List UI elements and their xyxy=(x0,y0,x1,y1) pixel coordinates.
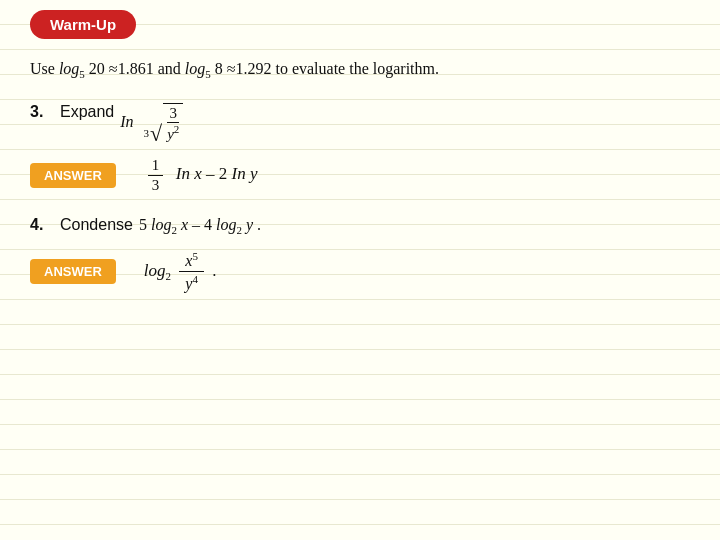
radical-index: 3 xyxy=(144,127,150,139)
problem-4: 4. Condense 5 log2 x – 4 log2 y . xyxy=(30,216,690,236)
answer-row-4: ANSWER log2 x5 y4 . xyxy=(30,250,690,294)
frac-bot: 3 xyxy=(148,176,164,194)
answer-badge-3: ANSWER xyxy=(30,163,116,188)
big-frac-bot: y4 xyxy=(179,272,204,293)
page: Warm-Up Use log5 20 ≈1.861 and log5 8 ≈1… xyxy=(0,0,720,540)
radical-denominator: y2 xyxy=(167,123,179,143)
header-pill: Warm-Up xyxy=(30,10,136,39)
intro-text: Use log5 20 ≈1.861 and log5 8 ≈1.292 to … xyxy=(30,57,690,83)
problem-3-expr: In 3 √ 3 y2 xyxy=(120,103,185,143)
problem-3-number: 3. xyxy=(30,103,60,121)
header-title: Warm-Up xyxy=(50,16,116,33)
one-third-fraction: 1 3 xyxy=(148,157,164,194)
radical-sign: √ xyxy=(150,123,162,145)
answer-4-expr: log2 x5 y4 . xyxy=(144,250,217,294)
x5-over-y4-fraction: x5 y4 xyxy=(179,250,204,294)
problem-3-label: Expand xyxy=(60,103,114,121)
problem-4-expr: 5 log2 x – 4 log2 y . xyxy=(139,216,261,236)
problem-4-label: Condense xyxy=(60,216,133,234)
big-frac-top: x5 xyxy=(179,250,204,272)
radical-expr: 3 √ 3 y2 xyxy=(144,103,184,143)
frac-top: 1 xyxy=(148,157,164,176)
content-area: Warm-Up Use log5 20 ≈1.861 and log5 8 ≈1… xyxy=(0,0,720,294)
radical-numerator: 3 xyxy=(170,105,178,122)
answer-row-3: ANSWER 1 3 In x – 2 In y xyxy=(30,157,690,194)
problem-3: 3. Expand In 3 √ 3 y2 xyxy=(30,103,690,143)
answer-3-expr: 1 3 In x – 2 In y xyxy=(144,157,258,194)
answer-badge-4: ANSWER xyxy=(30,259,116,284)
problem-4-number: 4. xyxy=(30,216,60,234)
